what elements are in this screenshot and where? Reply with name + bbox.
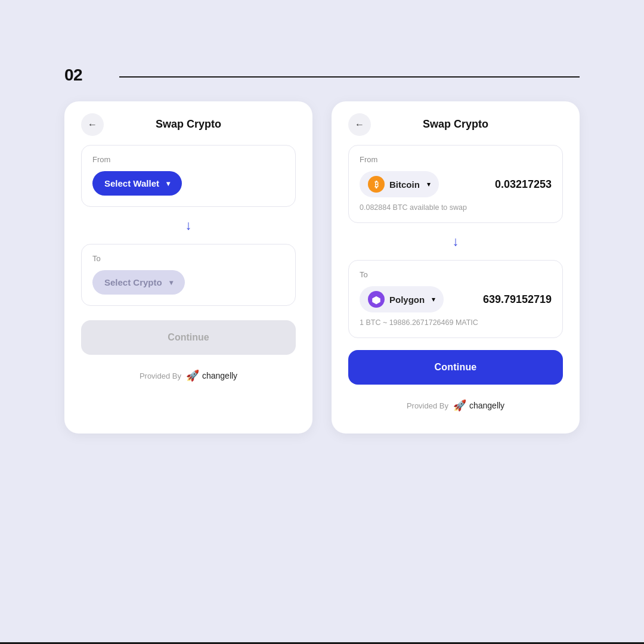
polygon-selector[interactable]: Polygon ▾: [360, 286, 444, 312]
card1-changelly-name: changelly: [202, 371, 237, 380]
card1-title: Swap Crypto: [156, 118, 221, 131]
card1-to-section: To Select Crypto ▾: [81, 244, 296, 306]
card1-provided-by-label: Provided By: [140, 371, 181, 380]
card1-continue-button[interactable]: Continue: [81, 320, 296, 355]
polygon-icon: [368, 291, 385, 308]
bitcoin-icon: ₿: [368, 176, 385, 193]
select-crypto-button[interactable]: Select Crypto ▾: [92, 270, 185, 295]
card1-from-section: From Select Wallet ▾: [81, 145, 296, 207]
select-crypto-label: Select Crypto: [104, 277, 162, 287]
card2-title: Swap Crypto: [423, 118, 488, 131]
card2-swap-arrow: ↓: [348, 234, 563, 249]
card2-from-section: From ₿ Bitcoin ▾ 0.03217253 0.082884 BTC…: [348, 145, 563, 223]
card1-provided-by: Provided By 🚀 changelly: [81, 369, 296, 382]
select-wallet-label: Select Wallet: [104, 178, 159, 188]
card2-changelly-name: changelly: [469, 401, 504, 410]
card1-swap-arrow: ↓: [81, 218, 296, 233]
polygon-rate: 1 BTC ~ 19886.2671726469 MATIC: [360, 318, 552, 327]
bitcoin-amount: 0.03217253: [495, 178, 552, 191]
polygon-name: Polygon: [389, 295, 425, 305]
card2-from-row: ₿ Bitcoin ▾ 0.03217253: [360, 171, 552, 197]
card2-to-row: Polygon ▾ 639.79152719: [360, 286, 552, 312]
card1-header: ← Swap Crypto: [81, 118, 296, 131]
card1-back-button[interactable]: ←: [81, 113, 104, 136]
card2-from-label: From: [360, 155, 552, 164]
card2-back-button[interactable]: ←: [348, 113, 371, 136]
card2-to-label: To: [360, 270, 552, 279]
chevron-down-icon-2: ▾: [169, 278, 173, 287]
bitcoin-selector[interactable]: ₿ Bitcoin ▾: [360, 171, 439, 197]
select-wallet-button[interactable]: Select Wallet ▾: [92, 171, 182, 196]
card-empty-state: ← Swap Crypto From Select Wallet ▾ ↓ To …: [64, 101, 312, 434]
bitcoin-name: Bitcoin: [389, 179, 420, 190]
card-filled-state: ← Swap Crypto From ₿ Bitcoin ▾ 0.0321725…: [332, 101, 580, 434]
card2-changelly-rocket-icon: 🚀: [453, 399, 466, 412]
chevron-down-icon: ▾: [166, 179, 170, 188]
card2-header: ← Swap Crypto: [348, 118, 563, 131]
step-number: 02: [64, 66, 82, 85]
card1-changelly-logo: 🚀 changelly: [186, 369, 237, 382]
card2-provided-by: Provided By 🚀 changelly: [348, 399, 563, 412]
bitcoin-chevron-icon: ▾: [427, 180, 431, 188]
card2-continue-button[interactable]: Continue: [348, 350, 563, 385]
cards-container: ← Swap Crypto From Select Wallet ▾ ↓ To …: [64, 101, 580, 434]
polygon-chevron-icon: ▾: [432, 295, 435, 304]
card1-from-label: From: [92, 155, 284, 164]
card2-to-section: To Polygon ▾ 639.79152719 1 BTC ~ 19886.…: [348, 260, 563, 338]
card1-to-label: To: [92, 254, 284, 263]
step-divider: [119, 76, 580, 78]
card2-provided-by-label: Provided By: [407, 401, 448, 410]
card2-changelly-logo: 🚀 changelly: [453, 399, 504, 412]
changelly-rocket-icon: 🚀: [186, 369, 199, 382]
bitcoin-available: 0.082884 BTC available to swap: [360, 203, 552, 212]
polygon-amount: 639.79152719: [483, 293, 552, 306]
